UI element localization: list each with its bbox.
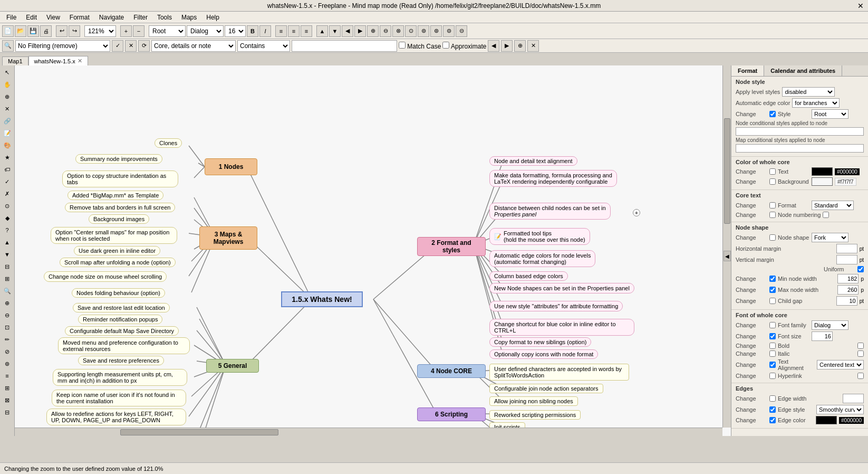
left-tool-hand[interactable]: ✋	[2, 79, 13, 90]
category-nodecore[interactable]: 4 Node CORE	[417, 364, 486, 378]
new-button[interactable]: 📄	[2, 25, 14, 37]
node-action1[interactable]: ⊕	[367, 25, 379, 37]
leaf-folding[interactable]: Nodes folding behaviour (option)	[72, 288, 165, 298]
menu-maps[interactable]: Maps	[177, 13, 201, 22]
left-tool-select[interactable]: ↖	[2, 67, 13, 78]
node-down-button[interactable]: ▼	[329, 25, 341, 37]
leaf-tabs-borders[interactable]: Remove tabs and borders in full screen	[65, 203, 175, 212]
left-tool-circle[interactable]: ⊙	[2, 200, 13, 212]
search-close-button[interactable]: ✕	[527, 40, 539, 52]
menu-filter[interactable]: Filter	[129, 13, 152, 22]
left-tool-delete[interactable]: ✕	[2, 103, 13, 115]
change-checkbox-fs[interactable]	[769, 333, 776, 339]
category-nodes[interactable]: 1 Nodes	[205, 158, 257, 175]
change-checkbox-ew[interactable]	[769, 395, 776, 402]
leaf-bg-images[interactable]: Background images	[89, 214, 149, 224]
h-scroll-thumb[interactable]	[120, 429, 278, 435]
leaf-copy-icons[interactable]: Optionally copy icons with node format	[489, 349, 598, 359]
font-family-select[interactable]: Dialog	[187, 25, 224, 37]
leaf-bigmap[interactable]: Added *BigMap.mm* as Template	[67, 191, 163, 200]
font-size-select[interactable]: 16	[225, 25, 246, 37]
leaf-summary[interactable]: Summary node improvements	[75, 154, 162, 164]
change-checkbox-italic[interactable]	[769, 350, 776, 357]
leaf-splitwords[interactable]: User defined characters are accepted in …	[489, 364, 629, 381]
leaf-mouse-wheel[interactable]: Change node size on mouse wheel scrollin…	[44, 271, 167, 282]
leaf-dark-green[interactable]: Use dark green in inline editor	[74, 246, 160, 255]
node-up-button[interactable]: ▲	[316, 25, 328, 37]
zoom-out-button[interactable]: −	[133, 25, 144, 37]
font-family-select-rp[interactable]: Dialog	[812, 320, 848, 330]
filter-type-select[interactable]: No Filtering (remove)	[15, 40, 110, 52]
italic-checkbox[interactable]	[857, 350, 864, 357]
category-format[interactable]: 2 Format andstyles	[417, 237, 486, 256]
category-maps[interactable]: 3 Maps &Mapviews	[199, 226, 257, 250]
print-button[interactable]: 🖨	[40, 25, 52, 37]
rp-tab-format[interactable]: Format	[731, 65, 764, 76]
change-checkbox-bg[interactable]	[769, 178, 776, 185]
left-tool-note[interactable]: 📝	[2, 127, 13, 139]
left-tool-misc1[interactable]: ⊘	[2, 346, 13, 357]
left-tool-question[interactable]: ?	[2, 224, 13, 236]
save-button[interactable]: 💾	[27, 25, 39, 37]
change-checkbox-hl[interactable]	[769, 373, 776, 379]
left-tool-diamond[interactable]: ◆	[2, 212, 13, 224]
zoom-select[interactable]: 121%	[84, 25, 116, 37]
change-checkbox-num[interactable]	[769, 212, 776, 218]
leaf-center-small[interactable]: Option "Center small maps" for map posit…	[51, 227, 177, 244]
redo-button[interactable]: ↪	[69, 25, 80, 37]
search-scope-select[interactable]: Core, details or note	[151, 40, 236, 52]
leaf-distance-nodes[interactable]: Distance between child nodes can be set …	[489, 203, 611, 220]
left-tool-color[interactable]: 🎨	[2, 139, 13, 151]
change-checkbox-text[interactable]	[769, 168, 776, 175]
node-action2[interactable]: ⊖	[380, 25, 391, 37]
leaf-scripting-perms[interactable]: Reworked scripting permissions	[489, 410, 581, 420]
open-button[interactable]: 📂	[15, 25, 26, 37]
change-checkbox-maxw[interactable]	[769, 287, 776, 293]
left-tool-search[interactable]: 🔍	[2, 285, 13, 297]
leaf-length-units[interactable]: Supporting length measurement units pt, …	[53, 369, 187, 386]
move-right-button[interactable]: ▶	[354, 25, 366, 37]
left-tool-x[interactable]: ✗	[2, 188, 13, 200]
change-checkbox-shape[interactable]	[769, 234, 776, 241]
change-checkbox-cgap[interactable]	[769, 298, 776, 304]
leaf-join-nonsibling[interactable]: Allow joining non sibling nodes	[489, 396, 578, 406]
bg-color-swatch[interactable]	[812, 177, 833, 186]
search-all-button[interactable]: ⊕	[514, 40, 526, 52]
left-tool-down[interactable]: ▼	[2, 249, 13, 260]
menu-edit[interactable]: Edit	[22, 13, 41, 22]
bold-checkbox[interactable]	[857, 343, 864, 349]
leaf-save-dir[interactable]: Configurable default Map Save Directory	[65, 326, 179, 336]
undo-button[interactable]: ↩	[56, 25, 67, 37]
leaf-scroll-unfold[interactable]: Scroll map after unfolding a node (optio…	[60, 258, 176, 267]
search-prev-button[interactable]: ◀	[488, 40, 499, 52]
edge-style-select[interactable]: Smoothly curved (	[816, 405, 864, 414]
change-checkbox-es[interactable]	[769, 406, 776, 413]
category-general[interactable]: 5 General	[206, 359, 259, 373]
font-size-input[interactable]	[812, 331, 833, 341]
menu-tools[interactable]: Tools	[153, 13, 176, 22]
change-checkbox-ta[interactable]	[769, 362, 776, 368]
left-tool-misc3[interactable]: ≡	[2, 370, 13, 382]
menu-format[interactable]: Format	[65, 13, 94, 22]
node-action3[interactable]: ⊗	[392, 25, 404, 37]
change-checkbox1[interactable]	[769, 111, 776, 117]
align-left-button[interactable]: ≡	[275, 25, 287, 37]
leaf-attributes-style[interactable]: Use new style "attributes" for attribute…	[489, 301, 623, 311]
menu-file[interactable]: File	[2, 13, 21, 22]
tab-whatsnew[interactable]: whatsNew-1.5.x ✕	[28, 56, 88, 65]
leaf-auto-edge-colors[interactable]: Automatic edge colors for node levels(au…	[489, 250, 595, 267]
numbering-checkbox[interactable]	[823, 212, 829, 218]
filter-btn2[interactable]: ✕	[125, 40, 137, 52]
match-case-checkbox[interactable]	[399, 42, 406, 49]
leaf-copy-format[interactable]: Copy format to new siblings (option)	[489, 337, 591, 347]
left-tool-misc6[interactable]: ⊟	[2, 406, 13, 418]
leaf-data-formatting[interactable]: Make data formatting, formula processing…	[489, 170, 617, 187]
text-align-select[interactable]: Centered text	[817, 360, 864, 369]
change-checkbox-bold[interactable]	[769, 343, 776, 349]
node-action7[interactable]: ⊜	[443, 25, 455, 37]
leaf-join-separators[interactable]: Configurable join node action separators	[489, 384, 603, 393]
left-tool-tag[interactable]: 🏷	[2, 164, 13, 175]
left-tool-fit[interactable]: ⊡	[2, 321, 13, 333]
filter-icon[interactable]: 🔍	[2, 40, 14, 52]
node-action8[interactable]: ⊝	[456, 25, 467, 37]
